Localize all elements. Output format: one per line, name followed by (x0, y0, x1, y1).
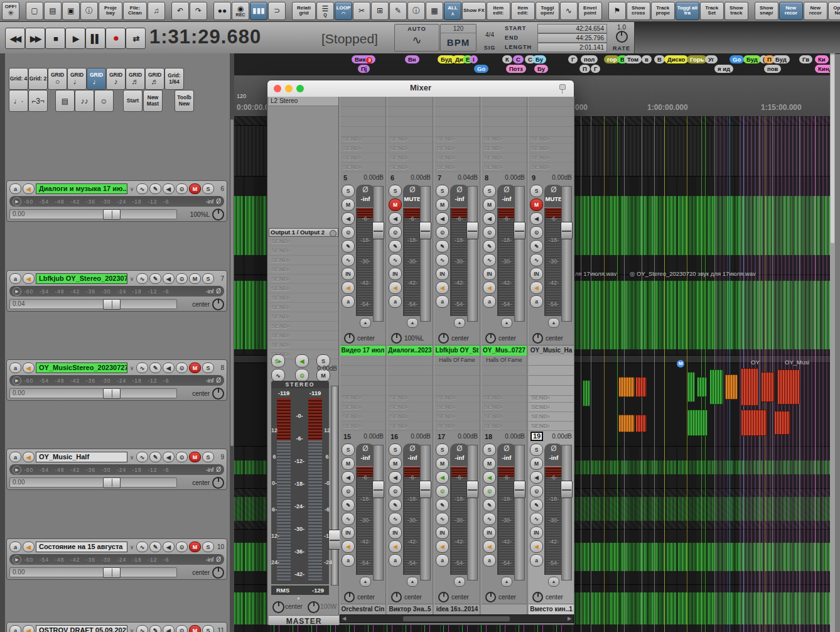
channel-number[interactable]: 16 (389, 433, 399, 440)
phase-button[interactable]: Ø (544, 444, 563, 454)
fx-slot[interactable] (387, 97, 433, 107)
fx-slot[interactable] (434, 117, 480, 127)
envelope-button[interactable]: ∿ (436, 513, 449, 525)
fx-slot[interactable] (340, 376, 385, 386)
scissors-button[interactable]: ✂ (353, 2, 370, 20)
fx-slot[interactable]: Halls Of Fame (482, 356, 527, 366)
send-slot[interactable]: SEND› (529, 403, 574, 412)
phase-button[interactable]: Ø (356, 444, 375, 454)
channel-volume-db[interactable]: 0.00dB (552, 174, 572, 181)
fx-enable-button[interactable]: ⊙ (483, 226, 496, 239)
routing-button[interactable]: ◀ (342, 471, 355, 484)
send-slot[interactable]: SEND› (529, 163, 574, 172)
monitor-button[interactable]: ◀ (483, 540, 496, 553)
solo-button[interactable]: S (202, 273, 214, 284)
pan-knob[interactable] (532, 592, 543, 602)
notes-list-button[interactable]: ▤ (55, 90, 75, 112)
new-record-1-button[interactable]: New recor (779, 2, 803, 20)
send-slot[interactable]: SEND› (529, 393, 574, 403)
selection-start-field[interactable]: 42:24.654 (537, 24, 607, 33)
send-slot[interactable]: SEND› (340, 403, 385, 412)
send-slot[interactable]: SEND› (340, 134, 385, 144)
mute-button[interactable]: M (389, 199, 402, 211)
pan-knob[interactable] (344, 592, 355, 602)
record-dots-button[interactable]: ●● (213, 2, 231, 20)
grid-eighth-button[interactable]: GRID ♪ (106, 68, 126, 90)
start-button[interactable]: Start (123, 90, 143, 112)
fx-slot[interactable] (340, 107, 385, 117)
send-slot[interactable]: SEND› (387, 153, 433, 163)
input-button[interactable]: IN (389, 526, 402, 539)
fx-slot[interactable] (529, 366, 574, 376)
send-slot[interactable]: SEND› (387, 412, 433, 422)
media-explorer-button[interactable]: ♫ (148, 2, 165, 20)
phase-icon[interactable]: Ø (216, 198, 221, 205)
fx-slot[interactable] (482, 117, 527, 127)
pan-knob[interactable] (344, 333, 355, 344)
record-mode-button[interactable]: ◉ REC (232, 2, 249, 20)
fader-handle[interactable] (103, 567, 121, 578)
repeat-button[interactable]: ⇄ (126, 28, 146, 49)
mute-button[interactable]: M (342, 199, 355, 211)
pan-knob[interactable] (438, 333, 449, 344)
solo-button[interactable]: S (202, 542, 214, 552)
show-crossfade-button[interactable]: Show cross (627, 2, 650, 20)
fx-enable-button[interactable]: ⊙ (483, 485, 496, 498)
input-button[interactable]: IN (389, 268, 402, 280)
grid-quarter-button[interactable]: GRID ♩ (87, 68, 106, 90)
send-slot[interactable]: SEND› (269, 312, 338, 322)
auto-record-off-button[interactable]: OFF! ✳ (2, 2, 19, 20)
monitor-button[interactable]: ◀ (530, 281, 543, 294)
send-slot[interactable]: SEND› (269, 293, 338, 303)
fx-slot[interactable] (529, 117, 574, 127)
channel-volume-db[interactable]: 0.00dB (458, 433, 478, 440)
channel-number[interactable]: 9 (530, 174, 537, 182)
fx-pencil-button[interactable]: ✎ (530, 499, 543, 511)
routing-button[interactable]: ◀ (163, 183, 175, 194)
mute-button[interactable]: M (483, 457, 496, 470)
undo-button[interactable]: ↶ (171, 2, 189, 20)
volume-fader[interactable]: 0.00 (9, 477, 177, 488)
fx-enable-button[interactable]: ⊙ (176, 542, 188, 552)
fx-slot[interactable] (387, 107, 433, 117)
envelope-button[interactable]: ∿ (136, 542, 148, 552)
send-slot[interactable]: SEND› (269, 341, 338, 350)
envelope-button[interactable]: ∿ (436, 254, 449, 266)
channel-volume-db[interactable]: 0.00dB (552, 433, 572, 440)
scroll-right-icon[interactable]: ▶ (566, 616, 573, 622)
solo-button[interactable]: S (483, 185, 496, 197)
scroll-left-icon[interactable]: ◀ (340, 616, 348, 622)
channel-name[interactable]: OY_Mus..0727 (482, 345, 527, 356)
chevron-down-icon[interactable]: ∨ (129, 186, 135, 192)
new-record-2-button[interactable]: New recor (804, 2, 827, 20)
grid-pencil-button[interactable]: ▦ (426, 2, 443, 20)
record-arm-button[interactable]: a (436, 554, 449, 567)
new-project-button[interactable]: ▢ (26, 2, 43, 20)
envelope-button[interactable]: ∿ (136, 362, 148, 373)
send-slot[interactable]: SEND› (482, 163, 527, 172)
master-fx-slot[interactable]: L2 Stereo (269, 97, 338, 106)
timeline-marker[interactable]: в (642, 55, 652, 63)
fx-slot[interactable] (529, 356, 574, 366)
channel-number[interactable]: 15 (342, 433, 352, 440)
solo-button[interactable]: S (202, 362, 214, 373)
routing-button[interactable]: ◀ (530, 471, 543, 484)
routing-button[interactable]: ◀ (436, 471, 449, 484)
project-bay-button[interactable]: Proje bay (99, 2, 122, 20)
envelope-button[interactable]: ∿ (483, 254, 496, 266)
quantize-button[interactable]: ☰ Q (316, 2, 334, 20)
send-slot[interactable]: SEND› (269, 237, 338, 246)
record-arm-button[interactable]: a (342, 295, 355, 308)
playrate-knob[interactable] (616, 31, 628, 43)
fx-enable-button[interactable]: ⊙ (176, 183, 188, 194)
loop-lock-button[interactable]: LOOP ◠ (335, 2, 352, 20)
envelope-button[interactable]: ∿ (136, 452, 148, 462)
audio-item[interactable] (777, 369, 800, 405)
fx-slot[interactable] (340, 97, 385, 107)
scroll-up-icon[interactable]: ▲ (407, 577, 418, 587)
mute-button[interactable]: M (436, 199, 449, 211)
envelope-button[interactable]: ∿ (342, 254, 355, 266)
send-slot[interactable]: SEND› (482, 393, 527, 403)
routing-button[interactable]: ◀ (163, 452, 175, 462)
channel-number[interactable]: 6 (389, 174, 396, 182)
